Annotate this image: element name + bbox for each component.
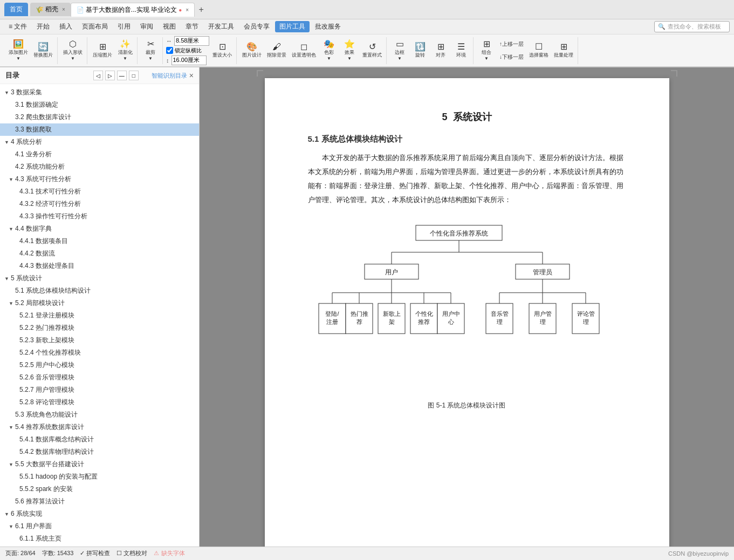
toc-item[interactable]: 5.2.1 登录注册模块 bbox=[0, 309, 199, 322]
tab-home[interactable]: 首页 bbox=[4, 3, 28, 16]
toc-item[interactable]: 4.3.2 经济可行性分析 bbox=[0, 198, 199, 210]
toc-item[interactable]: 5.2.8 评论管理模块 bbox=[0, 396, 199, 409]
toc-item[interactable]: ▼5.4 推荐系统数据库设计 bbox=[0, 421, 199, 433]
doc-area[interactable]: 5 系统设计 5.1 系统总体模块结构设计 本文开发的基于大数据的音乐推荐系统采… bbox=[200, 67, 734, 547]
effects-button[interactable]: ⭐ 效果 ▼ bbox=[340, 39, 359, 62]
toc-item[interactable]: 5.5.2 spark 的安装 bbox=[0, 483, 199, 495]
toc-item[interactable]: 5.2.4 个性化推荐模块 bbox=[0, 347, 199, 359]
tab-doc[interactable]: 📄 基于大数据的音...实现 毕业论文 ● × bbox=[71, 3, 195, 17]
toc-item[interactable]: 4.2 系统功能分析 bbox=[0, 161, 199, 173]
toc-item[interactable]: ▼6.1 用户界面 bbox=[0, 520, 199, 533]
lock-checkbox[interactable] bbox=[166, 47, 173, 54]
reset-style-button[interactable]: ↺ 重置样式 bbox=[360, 42, 384, 60]
menu-review[interactable]: 审阅 bbox=[136, 21, 157, 32]
crop-button[interactable]: ✂ 裁剪 ▼ bbox=[141, 39, 160, 62]
toc-item-label: 4.3 系统可行性分析 bbox=[15, 175, 71, 184]
remove-bg-button[interactable]: 🖌 抠除背景 bbox=[265, 42, 289, 60]
tab-daoke[interactable]: 🌾 稻壳 × bbox=[30, 3, 71, 16]
group-border: ▭ 边框 ▼ 🔃 旋转 ⊞ 对齐 ☰ 环境 bbox=[388, 37, 474, 64]
toc-item[interactable]: ▼5.2 局部模块设计 bbox=[0, 297, 199, 309]
spell-check[interactable]: ✓ 拼写检查 bbox=[80, 549, 110, 557]
menu-layout[interactable]: 页面布局 bbox=[78, 21, 112, 32]
menu-view[interactable]: 视图 bbox=[159, 21, 180, 32]
toc-item[interactable]: 5.5.1 hadoop 的安装与配置 bbox=[0, 471, 199, 483]
toc-item[interactable]: 4.1 业务分析 bbox=[0, 148, 199, 161]
menu-start[interactable]: 开始 bbox=[32, 21, 54, 32]
section-title-text: 系统设计 bbox=[453, 112, 492, 122]
menu-chapter[interactable]: 章节 bbox=[181, 21, 203, 32]
toc-item[interactable]: 5.2.6 音乐管理模块 bbox=[0, 371, 199, 384]
lock-ratio-checkbox[interactable]: 锁定纵横比 bbox=[166, 47, 209, 54]
picture-design-button[interactable]: 🎨 图片设计 bbox=[240, 42, 264, 60]
toc-item[interactable]: ▼4 系统分析 bbox=[0, 136, 199, 148]
compress-button[interactable]: ⊞ 压缩图片 bbox=[91, 42, 114, 60]
toc-item[interactable]: 6.1.1 系统主页 bbox=[0, 533, 199, 545]
toc-item[interactable]: 3.3 数据爬取 bbox=[0, 123, 199, 136]
menu-file[interactable]: ≡ 文件 bbox=[4, 21, 31, 32]
menu-picture-tools[interactable]: 图片工具 bbox=[275, 21, 310, 32]
toc-item[interactable]: 5.2.7 用户管理模块 bbox=[0, 384, 199, 396]
toc-item[interactable]: 5.4.2 数据库物理结构设计 bbox=[0, 446, 199, 458]
color-button[interactable]: 🎭 色彩 ▼ bbox=[319, 39, 339, 62]
toc-item[interactable]: ▼3 数据采集 bbox=[0, 86, 199, 99]
toc-item[interactable]: 5.2.5 用户中心模块 bbox=[0, 359, 199, 371]
border-button[interactable]: ▭ 边框 ▼ bbox=[390, 39, 409, 62]
env-button[interactable]: ☰ 环境 bbox=[451, 42, 471, 60]
batch-button[interactable]: ⊞ 批量处理 bbox=[552, 42, 575, 60]
resize-button[interactable]: ⊡ 重设大小 bbox=[210, 42, 234, 60]
menu-batch[interactable]: 批改服务 bbox=[311, 21, 345, 32]
clear-button[interactable]: ✨ 清新化 ▼ bbox=[115, 39, 135, 62]
toc-item[interactable]: 4.4.3 数据处理条目 bbox=[0, 260, 199, 272]
doc-check[interactable]: ☐ 文档校对 bbox=[116, 549, 147, 557]
toc-item[interactable]: ▼5 系统设计 bbox=[0, 272, 199, 285]
toc-item[interactable]: 5.3 系统角色功能设计 bbox=[0, 409, 199, 421]
insert-shape-label: 插入形状 bbox=[63, 49, 83, 56]
daoke-close[interactable]: × bbox=[62, 6, 65, 12]
toc-item[interactable]: 5.2.3 新歌上架模块 bbox=[0, 334, 199, 347]
menu-reference[interactable]: 引用 bbox=[113, 21, 135, 32]
align-button[interactable]: ⊞ 对齐 bbox=[431, 42, 450, 60]
set-transparent-button[interactable]: ◻ 设置透明色 bbox=[290, 42, 318, 60]
toc-item[interactable]: ▼6 系统实现 bbox=[0, 508, 199, 520]
doc-close[interactable]: × bbox=[186, 7, 189, 13]
new-tab-button[interactable]: + bbox=[195, 3, 208, 16]
toc-item[interactable]: ▼4.4 数据字典 bbox=[0, 223, 199, 235]
toc-item[interactable]: 5.1 系统总体模块结构设计 bbox=[0, 285, 199, 297]
height-input[interactable] bbox=[172, 56, 207, 65]
toc-item[interactable]: ▼4.3 系统可行性分析 bbox=[0, 173, 199, 185]
ribbon-container: ≡ 文件 开始 插入 页面布局 引用 审阅 视图 章节 开发工具 会员专享 图片… bbox=[0, 19, 734, 67]
add-image-button[interactable]: 🖼️ 添加图片 ▼ bbox=[6, 39, 30, 62]
toc-item[interactable]: 4.4.2 数据流 bbox=[0, 247, 199, 260]
svg-text:登陆/: 登陆/ bbox=[325, 310, 339, 317]
toc-item[interactable]: 3.2 爬虫数据库设计 bbox=[0, 111, 199, 123]
down-layer-button[interactable]: ↓ 下移一层 bbox=[497, 51, 526, 63]
toc-smart-button[interactable]: 智能识别目录 bbox=[152, 72, 187, 80]
toc-item[interactable]: 5.4.1 数据库概念结构设计 bbox=[0, 433, 199, 446]
toc-nav-back[interactable]: ◁ bbox=[93, 71, 103, 80]
menu-devtools[interactable]: 开发工具 bbox=[204, 21, 238, 32]
insert-shape-button[interactable]: ⬡ 插入形状 ▼ bbox=[61, 39, 85, 62]
toc-item[interactable]: 4.3.1 技术可行性分析 bbox=[0, 185, 199, 198]
group-button[interactable]: ⊞ 组合 ▼ bbox=[477, 39, 496, 62]
menu-insert[interactable]: 插入 bbox=[55, 21, 77, 32]
missing-font[interactable]: ⚠ 缺失字体 bbox=[154, 549, 184, 557]
select-pane-button[interactable]: ☐ 选择窗格 bbox=[527, 42, 551, 60]
toc-expand[interactable]: □ bbox=[129, 71, 139, 80]
toc-item[interactable]: 4.3.3 操作性可行性分析 bbox=[0, 210, 199, 223]
up-layer-button[interactable]: ↑ 上移一层 bbox=[497, 38, 526, 50]
toc-close-button[interactable]: × bbox=[189, 71, 194, 80]
toc-item[interactable]: 4.4.1 数据项条目 bbox=[0, 235, 199, 247]
toc-item[interactable]: 3.1 数据源确定 bbox=[0, 99, 199, 111]
toc-item[interactable]: 5.2.2 热门推荐模块 bbox=[0, 322, 199, 334]
replace-image-button[interactable]: 🔄 替换图片 bbox=[31, 42, 55, 60]
lock-ratio-label: 锁定纵横比 bbox=[175, 47, 202, 54]
rotate-button[interactable]: 🔃 旋转 bbox=[410, 42, 430, 60]
toc-item-label: 4.4.3 数据处理条目 bbox=[19, 261, 74, 271]
toc-collapse[interactable]: — bbox=[117, 71, 127, 80]
search-box[interactable]: 🔍 查找命令、搜索模板 bbox=[654, 21, 730, 32]
toc-nav-forward[interactable]: ▷ bbox=[105, 71, 115, 80]
toc-item[interactable]: 5.6 推荐算法设计 bbox=[0, 495, 199, 508]
toc-item[interactable]: ▼5.5 大数据平台搭建设计 bbox=[0, 458, 199, 471]
width-input[interactable] bbox=[174, 36, 209, 46]
menu-member[interactable]: 会员专享 bbox=[239, 21, 274, 32]
